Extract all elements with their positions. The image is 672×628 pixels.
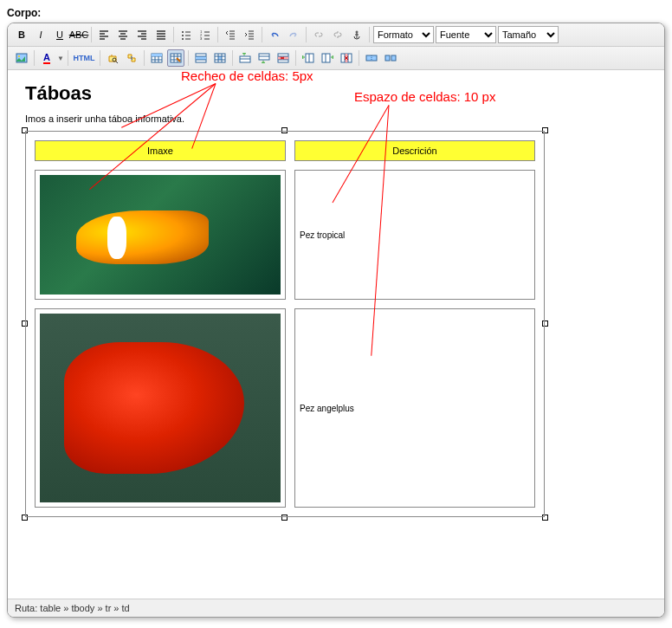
merge-cells-button[interactable] — [382, 49, 399, 67]
underline-button[interactable]: U — [51, 26, 68, 43]
delete-row-button[interactable] — [275, 49, 292, 67]
element-path[interactable]: table » tbody » tr » td — [40, 603, 129, 613]
table-cell-image-1[interactable] — [35, 170, 286, 300]
field-label: Corpo: — [7, 7, 665, 19]
table-props-button[interactable] — [167, 49, 184, 67]
svg-point-0 — [182, 31, 184, 33]
bullet-list-button[interactable] — [178, 26, 195, 43]
content-intro: Imos a inserir unha táboa informativa. — [25, 113, 647, 124]
table-insert-button[interactable] — [148, 49, 165, 67]
delete-col-button[interactable] — [338, 49, 355, 67]
svg-point-7 — [18, 55, 20, 57]
image-button[interactable] — [13, 49, 30, 67]
number-list-button[interactable]: 123 — [197, 26, 214, 43]
toolbar-row-1: B I U ABC 123 Formato Fuente Tamaño — [8, 23, 664, 47]
insert-col-after-button[interactable] — [319, 49, 336, 67]
indent-button[interactable] — [241, 26, 258, 43]
align-left-button[interactable] — [95, 26, 113, 43]
content-table[interactable]: Imaxe Descrición Pez tropical Pez angelp… — [25, 131, 545, 517]
align-justify-button[interactable] — [152, 26, 170, 43]
content-heading: Táboas — [25, 82, 647, 105]
insert-row-after-button[interactable] — [255, 49, 273, 67]
html-button[interactable]: HTML — [72, 49, 96, 67]
find-button[interactable] — [104, 49, 121, 67]
italic-button[interactable]: I — [32, 26, 49, 43]
outdent-button[interactable] — [222, 26, 239, 43]
svg-rect-13 — [196, 56, 206, 60]
unlink-button[interactable] — [329, 26, 346, 43]
table-header-row: Imaxe Descrición — [35, 140, 535, 161]
strike-button[interactable]: ABC — [70, 26, 87, 43]
redo-button[interactable] — [285, 26, 302, 43]
font-select[interactable]: Fuente — [436, 26, 496, 43]
svg-text:3: 3 — [200, 36, 203, 40]
format-select[interactable]: Formato — [373, 26, 434, 43]
insert-row-before-button[interactable] — [236, 49, 254, 67]
fish-image-2 — [40, 314, 281, 502]
svg-point-2 — [182, 38, 184, 40]
toolbar-row-2: A ▼ HTML — [8, 47, 664, 70]
table-header-descricion[interactable]: Descrición — [294, 140, 535, 161]
annotation-padding: Recheo de celdas: 5px — [181, 70, 313, 83]
table-row: Pez angelplus — [35, 308, 535, 508]
path-label: Ruta: — [15, 603, 37, 613]
row-props-button[interactable] — [192, 49, 210, 67]
align-center-button[interactable] — [114, 26, 132, 43]
editor-content-area[interactable]: Táboas Imos a inserir unha táboa informa… — [8, 70, 664, 599]
svg-rect-10 — [152, 54, 162, 56]
table-cell-desc-2[interactable]: Pez angelplus — [294, 308, 535, 508]
svg-rect-15 — [218, 56, 222, 60]
undo-button[interactable] — [266, 26, 283, 43]
table-row: Pez tropical — [35, 170, 535, 300]
insert-col-before-button[interactable] — [300, 49, 317, 67]
table-cell-desc-1[interactable]: Pez tropical — [294, 170, 535, 300]
status-bar: Ruta: table » tbody » tr » td — [8, 599, 664, 617]
link-button[interactable] — [310, 26, 327, 43]
svg-point-1 — [182, 35, 184, 36]
fish-image-1 — [40, 175, 281, 295]
table-header-imaxe[interactable]: Imaxe — [35, 140, 286, 161]
anchor-button[interactable] — [348, 26, 365, 43]
svg-rect-26 — [391, 55, 396, 61]
split-cells-button[interactable] — [363, 49, 380, 67]
size-select[interactable]: Tamaño — [498, 26, 559, 43]
svg-rect-25 — [385, 55, 390, 61]
editor-frame: B I U ABC 123 Formato Fuente Tamaño A ▼ … — [7, 23, 665, 618]
cell-props-button[interactable] — [211, 49, 229, 67]
table-cell-image-2[interactable] — [35, 308, 286, 508]
replace-button[interactable] — [123, 49, 140, 67]
bold-button[interactable]: B — [13, 26, 30, 43]
align-right-button[interactable] — [133, 26, 151, 43]
text-color-button[interactable]: A — [38, 49, 55, 67]
